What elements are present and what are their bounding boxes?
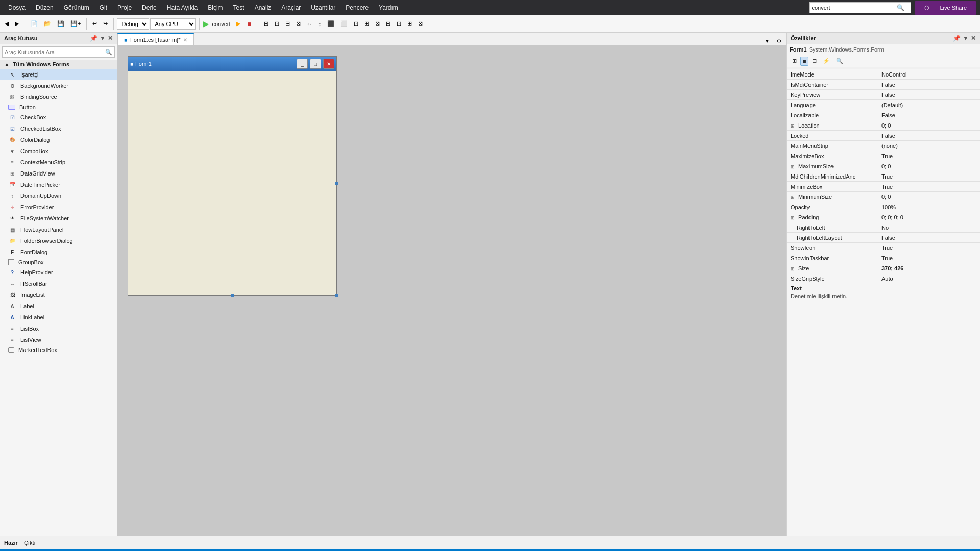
debug-mode-select[interactable]: Debug	[117, 18, 149, 30]
form-window[interactable]: ■ Form1 _ □ ✕	[128, 56, 337, 296]
props-value-location[interactable]: 0; 0	[878, 121, 980, 130]
form-close-button[interactable]: ✕	[323, 59, 334, 69]
props-value-language[interactable]: (Default)	[878, 101, 980, 109]
menu-bicim[interactable]: Biçim	[204, 2, 227, 13]
toolbox-item-10[interactable]: 📅 DateTimePicker	[0, 179, 117, 190]
menu-test[interactable]: Test	[229, 2, 249, 13]
resize-handle-bottom-right[interactable]	[335, 294, 338, 297]
toolbar-extra-3[interactable]: ⊟	[283, 19, 292, 29]
props-value-sizegripstyle[interactable]: Auto	[878, 274, 980, 282]
properties-close-icon[interactable]: ✕	[971, 35, 976, 42]
toolbox-item-5[interactable]: ☑ CheckedListBox	[0, 123, 117, 134]
global-search-input[interactable]	[812, 5, 893, 11]
menu-derle[interactable]: Derle	[138, 2, 161, 13]
cpu-select[interactable]: Any CPU	[150, 18, 196, 30]
props-value-localizable[interactable]: False	[878, 111, 980, 119]
toolbar-extra-6[interactable]: ↕	[316, 19, 324, 29]
toolbox-item-18[interactable]: ? HelpProvider	[0, 267, 117, 278]
toolbox-item-21[interactable]: A Label	[0, 300, 117, 312]
toolbox-item-17[interactable]: GroupBox	[0, 258, 117, 267]
menu-proje[interactable]: Proje	[113, 2, 136, 13]
toolbox-item-2[interactable]: ⛓ BindingSource	[0, 91, 117, 103]
props-value-size[interactable]: 370; 426	[878, 264, 980, 272]
props-value-showintaskbar[interactable]: True	[878, 254, 980, 262]
resize-handle-bottom[interactable]	[231, 294, 234, 297]
designer-canvas[interactable]: ■ Form1 _ □ ✕	[117, 46, 786, 536]
live-share-button[interactable]: ⬡ Live Share	[915, 1, 976, 15]
props-search-button[interactable]: 🔍	[834, 56, 846, 66]
menu-araclar[interactable]: Araçlar	[277, 2, 305, 13]
bottom-tab-output[interactable]: Çıktı	[24, 540, 36, 546]
props-value-minimumsize[interactable]: 0; 0	[878, 193, 980, 201]
global-search-box[interactable]: 🔍	[809, 2, 911, 13]
toolbox-item-25[interactable]: MarkedTextBox	[0, 345, 117, 355]
props-value-mdichildren[interactable]: True	[878, 172, 980, 181]
new-file-button[interactable]: 📄	[28, 19, 40, 29]
menu-hata[interactable]: Hata Ayıkla	[163, 2, 202, 13]
toolbar-extra-15[interactable]: ⊠	[415, 19, 425, 29]
toolbox-item-11[interactable]: ↕ DomainUpDown	[0, 190, 117, 202]
menu-uzantilar[interactable]: Uzantılar	[307, 2, 339, 13]
props-value-imemode[interactable]: NoControl	[878, 70, 980, 79]
toolbar-extra-11[interactable]: ⊠	[373, 19, 382, 29]
toolbar-extra-10[interactable]: ⊞	[362, 19, 372, 29]
toolbar-extra-12[interactable]: ⊟	[383, 19, 393, 29]
menu-gorunum[interactable]: Görünüm	[60, 2, 93, 13]
toolbox-item-19[interactable]: ↔ HScrollBar	[0, 278, 117, 289]
toolbox-search-input[interactable]	[5, 49, 105, 55]
menu-dosya[interactable]: Dosya	[4, 2, 30, 13]
back-button[interactable]: ◀	[2, 19, 11, 29]
menu-analiz[interactable]: Analiz	[251, 2, 276, 13]
props-value-righttoleft[interactable]: No	[878, 223, 980, 232]
props-value-maximumsize[interactable]: 0; 0	[878, 162, 980, 170]
menu-git[interactable]: Git	[95, 2, 111, 13]
toolbox-close-icon[interactable]: ✕	[108, 35, 113, 42]
props-value-mainmenustrip[interactable]: (none)	[878, 142, 980, 150]
save-all-button[interactable]: 💾+	[68, 19, 83, 29]
menu-yardim[interactable]: Yardım	[375, 2, 402, 13]
props-value-ismdi[interactable]: False	[878, 81, 980, 89]
toolbox-item-14[interactable]: ▦ FlowLayoutPanel	[0, 224, 117, 235]
menu-pencere[interactable]: Pencere	[341, 2, 373, 13]
toolbox-item-22[interactable]: A LinkLabel	[0, 312, 117, 323]
toolbox-item-12[interactable]: ⚠ ErrorProvider	[0, 202, 117, 213]
stop-button[interactable]: ⏹	[244, 19, 255, 29]
form-minimize-button[interactable]: _	[297, 59, 308, 69]
toolbar-extra-4[interactable]: ⊠	[293, 19, 303, 29]
toolbox-item-4[interactable]: ☑ CheckBox	[0, 112, 117, 123]
toolbox-group-all-windows[interactable]: ▲ Tüm Windows Forms	[0, 60, 117, 69]
forward-button[interactable]: ▶	[12, 19, 21, 29]
props-value-showicon[interactable]: True	[878, 244, 980, 252]
toolbox-item-7[interactable]: ▼ ComboBox	[0, 145, 117, 157]
resize-handle-right[interactable]	[335, 182, 338, 185]
tab-form1-designer[interactable]: ■ Form1.cs [Tasarım]* ✕	[117, 33, 194, 45]
toolbar-extra-14[interactable]: ⊞	[405, 19, 414, 29]
toolbar-extra-1[interactable]: ⊞	[261, 19, 271, 29]
toolbox-item-13[interactable]: 👁 FileSystemWatcher	[0, 213, 117, 224]
props-category-button[interactable]: ⊞	[790, 56, 799, 66]
props-value-locked[interactable]: False	[878, 132, 980, 140]
open-button[interactable]: 📂	[41, 19, 54, 29]
props-properties-button[interactable]: ⊟	[810, 56, 819, 66]
bottom-tab-errors[interactable]: Hazır	[4, 540, 18, 546]
redo-button[interactable]: ↪	[101, 19, 110, 29]
toolbox-item-6[interactable]: 🎨 ColorDialog	[0, 134, 117, 145]
toolbar-extra-5[interactable]: ↔	[304, 19, 315, 29]
tab-extra-button-2[interactable]: ⚙	[774, 37, 784, 45]
tab-close-icon[interactable]: ✕	[183, 37, 187, 43]
toolbox-search-box[interactable]: 🔍	[2, 46, 115, 58]
props-value-keypreview[interactable]: False	[878, 91, 980, 99]
toolbar-extra-13[interactable]: ⊡	[394, 19, 404, 29]
toolbox-item-9[interactable]: ⊞ DataGridView	[0, 168, 117, 179]
menu-duzen[interactable]: Düzen	[32, 2, 58, 13]
toolbox-item-1[interactable]: ⚙ BackgroundWorker	[0, 80, 117, 91]
props-events-button[interactable]: ⚡	[820, 56, 832, 66]
toolbox-item-23[interactable]: ≡ ListBox	[0, 323, 117, 334]
toolbox-item-20[interactable]: 🖼 ImageList	[0, 289, 117, 300]
properties-pin-icon[interactable]: 📌	[953, 35, 961, 42]
toolbox-item-8[interactable]: ≡ ContextMenuStrip	[0, 157, 117, 168]
toolbar-extra-2[interactable]: ⊡	[272, 19, 282, 29]
run-button[interactable]: ▶	[203, 19, 209, 29]
toolbox-item-0[interactable]: ↖ İşaretçi	[0, 69, 117, 80]
props-value-righttoleftlayout[interactable]: False	[878, 234, 980, 242]
